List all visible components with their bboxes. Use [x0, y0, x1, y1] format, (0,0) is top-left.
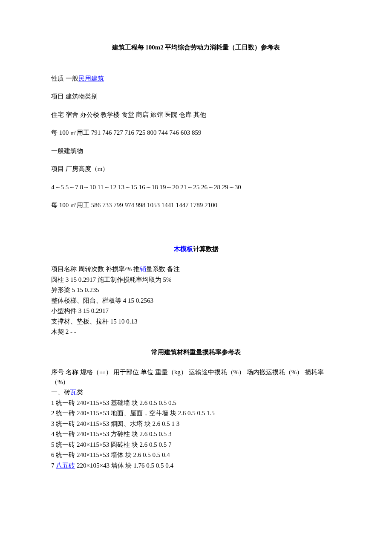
mat-row-3: 3 统一砖 240×115×53 烟囱、水塔 块 2.6 0.5 1 3 — [51, 419, 341, 429]
wf-header-prefix: 项目名称 周转次数 补损率/% 推 — [51, 266, 140, 272]
mat-r7-suffix: 220×105×43 墙体 块 1.76 0.5 0.5 0.4 — [75, 462, 173, 469]
mat-cat1-prefix: 一、砖 — [51, 389, 70, 396]
title-wood-formwork: 木模板计算数据 — [51, 244, 341, 254]
line-general-building: 一般建筑物 — [51, 146, 341, 156]
line-height-ranges: 4～5 5～7 8～10 11～12 13～15 16～18 19～20 21～… — [51, 182, 341, 192]
mat-r7-prefix: 7 — [51, 462, 56, 469]
wf-header: 项目名称 周转次数 补损率/% 推销量系数 备注 — [51, 264, 341, 274]
title2-suffix: 计算数据 — [193, 246, 219, 252]
link-sales[interactable]: 销 — [140, 266, 146, 272]
mat-cat1-suffix: 类 — [77, 389, 83, 396]
line-item-height: 项目 厂房高度（m） — [51, 164, 341, 174]
line-item-category: 项目 建筑物类别 — [51, 92, 341, 101]
nature-prefix: 性质 一般 — [51, 75, 78, 82]
mat-row-6: 6 统一砖 240×115×53 墙体 块 2.6 0.5 0.5 0.4 — [51, 450, 341, 460]
wf-row-6: 木契 2 - - — [51, 327, 341, 337]
mat-row-2: 2 统一砖 240×115×53 地面、屋面，空斗墙 块 2.6 0.5 0.5… — [51, 408, 341, 418]
mat-row-1: 1 统一砖 240×115×53 基础墙 块 2.6 0.5 0.5 0.5 — [51, 398, 341, 408]
mat-category-1: 一、砖瓦类 — [51, 387, 341, 397]
line-per100-labor-2: 每 100 ㎡用工 586 733 799 974 998 1053 1441 … — [51, 200, 341, 210]
mat-header: 序号 名称 规格（㎜） 用于部位 单位 重量（kg） 运输途中损耗（%） 场内搬… — [51, 367, 341, 387]
link-tile[interactable]: 瓦 — [70, 389, 77, 396]
mat-row-5: 5 统一砖 240×115×53 圆砖柱 块 2.6 0.5 0.5 7 — [51, 440, 341, 450]
mat-row-7: 7 八五砖 220×105×43 墙体 块 1.76 0.5 0.5 0.4 — [51, 461, 341, 471]
wf-row-5: 支撑材、垫板、拉杆 15 10 0.13 — [51, 317, 341, 327]
link-85-brick[interactable]: 八五砖 — [56, 462, 75, 469]
line-nature: 性质 一般民用建筑 — [51, 74, 341, 84]
title-main-1: 建筑工程每 100m2 平均综合劳动力消耗量（工日数）参考表 — [51, 43, 341, 52]
link-wood-formwork[interactable]: 木模板 — [174, 246, 193, 252]
wf-row-3: 整体楼梯、阳台、栏板等 4 15 0.2563 — [51, 296, 341, 306]
wf-row-1: 圆柱 3 15 0.2917 施工制作损耗率均取为 5% — [51, 275, 341, 285]
wf-row-4: 小型构件 3 15 0.2917 — [51, 306, 341, 316]
link-civil-building[interactable]: 民用建筑 — [78, 75, 104, 82]
title-material-loss: 常用建筑材料重量损耗率参考表 — [51, 347, 341, 357]
line-per100-labor-1: 每 100 ㎡用工 791 746 727 716 725 800 744 74… — [51, 128, 341, 138]
mat-row-4: 4 统一砖 240×115×53 方砖柱 块 2.6 0.5 0.5 3 — [51, 429, 341, 439]
line-building-types: 住宅 宿舍 办公楼 教学楼 食堂 商店 旅馆 医院 仓库 其他 — [51, 110, 341, 120]
wf-row-2: 异形梁 5 15 0.235 — [51, 285, 341, 295]
wf-header-suffix: 量系数 备注 — [146, 266, 180, 272]
